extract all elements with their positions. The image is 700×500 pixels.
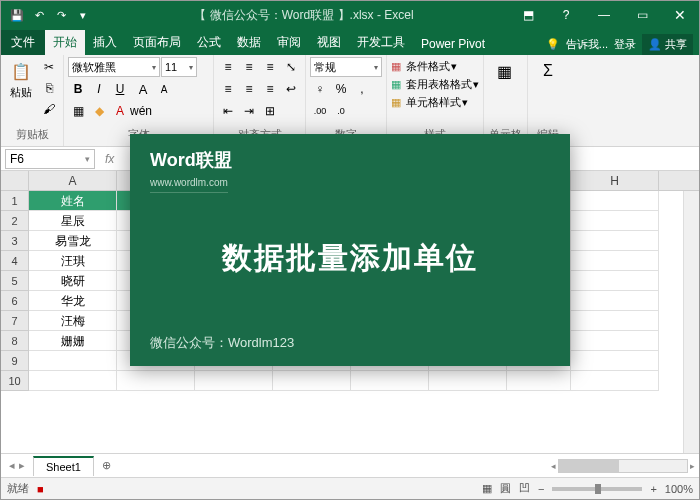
redo-icon[interactable]: ↷ xyxy=(53,7,69,23)
cell[interactable] xyxy=(429,371,507,391)
align-bottom-icon[interactable]: ≡ xyxy=(260,57,280,77)
decrease-decimal-icon[interactable]: .0 xyxy=(331,101,351,121)
orientation-icon[interactable]: ⤡ xyxy=(281,57,301,77)
bold-button[interactable]: B xyxy=(68,79,88,99)
tab-data[interactable]: 数据 xyxy=(229,30,269,55)
currency-icon[interactable]: ♀ xyxy=(310,79,330,99)
row-header[interactable]: 2 xyxy=(1,211,29,231)
name-box[interactable]: F6▾ xyxy=(5,149,95,169)
maximize-icon[interactable]: ▭ xyxy=(623,1,661,29)
cell[interactable] xyxy=(351,371,429,391)
cell[interactable] xyxy=(571,291,659,311)
cell[interactable] xyxy=(571,371,659,391)
cell[interactable]: 汪琪 xyxy=(29,251,117,271)
cell[interactable] xyxy=(195,371,273,391)
editing-button[interactable]: Σ xyxy=(532,57,564,85)
tab-pivot[interactable]: Power Pivot xyxy=(413,33,493,55)
zoom-slider[interactable] xyxy=(552,487,642,491)
cell[interactable] xyxy=(571,251,659,271)
shrink-font-icon[interactable]: A xyxy=(154,79,174,99)
font-name-combo[interactable]: 微软雅黑▾ xyxy=(68,57,160,77)
cell[interactable] xyxy=(571,331,659,351)
align-left-icon[interactable]: ≡ xyxy=(218,79,238,99)
conditional-format-button[interactable]: ▦ 条件格式 ▾ xyxy=(391,59,457,74)
font-size-combo[interactable]: 11▾ xyxy=(161,57,197,77)
row-header[interactable]: 8 xyxy=(1,331,29,351)
cell[interactable] xyxy=(571,231,659,251)
comma-icon[interactable]: , xyxy=(352,79,372,99)
undo-icon[interactable]: ↶ xyxy=(31,7,47,23)
ribbon-options-icon[interactable]: ⬒ xyxy=(509,1,547,29)
select-all-corner[interactable] xyxy=(1,171,29,190)
border-icon[interactable]: ▦ xyxy=(68,101,88,121)
cell[interactable] xyxy=(29,351,117,371)
cell[interactable] xyxy=(571,191,659,211)
row-header[interactable]: 4 xyxy=(1,251,29,271)
paste-button[interactable]: 📋 粘贴 xyxy=(5,57,37,102)
minimize-icon[interactable]: — xyxy=(585,1,623,29)
increase-indent-icon[interactable]: ⇥ xyxy=(239,101,259,121)
zoom-level[interactable]: 100% xyxy=(665,483,693,495)
row-header[interactable]: 1 xyxy=(1,191,29,211)
cell[interactable] xyxy=(571,351,659,371)
sheet-nav[interactable]: ◂▸ xyxy=(1,459,33,472)
add-sheet-button[interactable]: ⊕ xyxy=(94,459,119,472)
col-header[interactable]: A xyxy=(29,171,117,190)
fx-icon[interactable]: fx xyxy=(99,152,120,166)
cell[interactable]: 易雪龙 xyxy=(29,231,117,251)
vertical-scrollbar[interactable] xyxy=(683,191,699,453)
cell[interactable] xyxy=(507,371,571,391)
align-right-icon[interactable]: ≡ xyxy=(260,79,280,99)
cell[interactable]: 星辰 xyxy=(29,211,117,231)
tab-view[interactable]: 视图 xyxy=(309,30,349,55)
cut-icon[interactable]: ✂ xyxy=(39,57,59,77)
tab-insert[interactable]: 插入 xyxy=(85,30,125,55)
tab-review[interactable]: 审阅 xyxy=(269,30,309,55)
macro-record-icon[interactable]: ■ xyxy=(37,483,44,495)
col-header[interactable]: H xyxy=(571,171,659,190)
cell-styles-button[interactable]: ▦ 单元格样式 ▾ xyxy=(391,95,468,110)
tell-me[interactable]: 告诉我... xyxy=(566,37,608,52)
row-header[interactable]: 5 xyxy=(1,271,29,291)
tab-layout[interactable]: 页面布局 xyxy=(125,30,189,55)
row-header[interactable]: 3 xyxy=(1,231,29,251)
decrease-indent-icon[interactable]: ⇤ xyxy=(218,101,238,121)
align-middle-icon[interactable]: ≡ xyxy=(239,57,259,77)
cell[interactable]: 姗姗 xyxy=(29,331,117,351)
sheet-tab-1[interactable]: Sheet1 xyxy=(33,456,94,476)
font-color-icon[interactable]: A xyxy=(110,101,130,121)
cell[interactable]: 汪梅 xyxy=(29,311,117,331)
merge-icon[interactable]: ⊞ xyxy=(260,101,280,121)
row-header[interactable]: 10 xyxy=(1,371,29,391)
login-link[interactable]: 登录 xyxy=(614,37,636,52)
increase-decimal-icon[interactable]: .00 xyxy=(310,101,330,121)
format-table-button[interactable]: ▦ 套用表格格式 ▾ xyxy=(391,77,479,92)
cell[interactable] xyxy=(29,371,117,391)
help-icon[interactable]: ? xyxy=(547,1,585,29)
percent-icon[interactable]: % xyxy=(331,79,351,99)
italic-button[interactable]: I xyxy=(89,79,109,99)
copy-icon[interactable]: ⎘ xyxy=(39,78,59,98)
cells-button[interactable]: ▦ xyxy=(488,57,520,85)
cell[interactable] xyxy=(571,211,659,231)
row-header[interactable]: 9 xyxy=(1,351,29,371)
tab-home[interactable]: 开始 xyxy=(45,30,85,55)
align-center-icon[interactable]: ≡ xyxy=(239,79,259,99)
wrap-text-icon[interactable]: ↩ xyxy=(281,79,301,99)
cell[interactable] xyxy=(571,311,659,331)
cell[interactable] xyxy=(117,371,195,391)
cell[interactable] xyxy=(571,271,659,291)
share-button[interactable]: 👤共享 xyxy=(642,34,693,55)
tab-dev[interactable]: 开发工具 xyxy=(349,30,413,55)
zoom-in-button[interactable]: + xyxy=(650,483,656,495)
row-header[interactable]: 6 xyxy=(1,291,29,311)
format-painter-icon[interactable]: 🖌 xyxy=(39,99,59,119)
view-normal-icon[interactable]: ▦ xyxy=(482,482,492,495)
underline-button[interactable]: U xyxy=(110,79,130,99)
cell[interactable]: 姓名 xyxy=(29,191,117,211)
view-layout-icon[interactable]: 圓 xyxy=(500,481,511,496)
number-format-combo[interactable]: 常规▾ xyxy=(310,57,382,77)
row-header[interactable]: 7 xyxy=(1,311,29,331)
close-icon[interactable]: ✕ xyxy=(661,1,699,29)
align-top-icon[interactable]: ≡ xyxy=(218,57,238,77)
